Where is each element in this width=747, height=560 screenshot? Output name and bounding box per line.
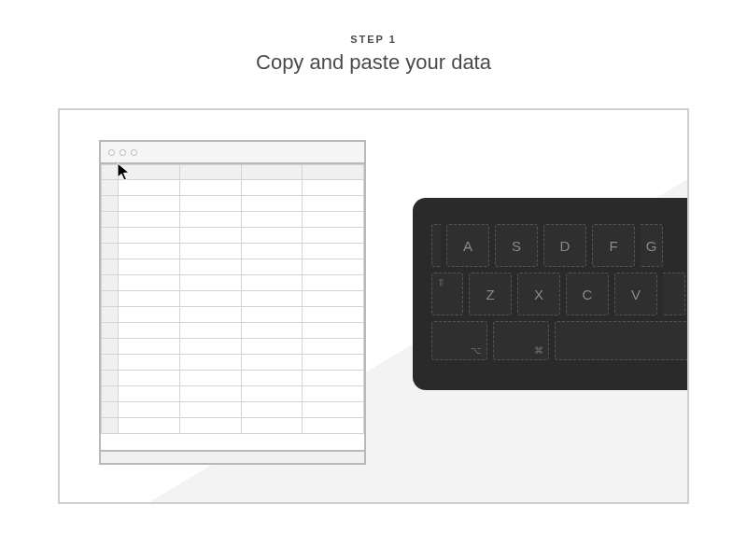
keyboard-row-2: ⇧ Z X C V (431, 273, 689, 315)
spreadsheet-grid (101, 164, 364, 450)
key-partial-left (431, 224, 441, 267)
keyboard-row-1: A S D F G (431, 224, 689, 267)
spreadsheet-table (101, 164, 364, 434)
traffic-light-zoom-icon (131, 149, 137, 156)
key-z: Z (469, 273, 512, 315)
horizontal-scrollbar (101, 450, 364, 463)
traffic-light-close-icon (108, 149, 115, 156)
window-titlebar (101, 142, 364, 164)
key-c: C (566, 273, 609, 315)
key-d: D (543, 224, 586, 267)
key-spacebar (555, 321, 689, 360)
key-partial-right (663, 273, 685, 315)
step-header: STEP 1 Copy and paste your data (0, 0, 747, 75)
key-option: ⌥ (431, 321, 487, 360)
key-x: X (517, 273, 560, 315)
traffic-light-minimize-icon (120, 149, 126, 156)
option-icon: ⌥ (471, 345, 482, 356)
keyboard-row-3: ⌥ ⌘ (431, 321, 689, 360)
step-title: Copy and paste your data (0, 50, 747, 75)
key-f: F (592, 224, 635, 267)
key-v: V (614, 273, 657, 315)
command-icon: ⌘ (534, 345, 543, 356)
key-command: ⌘ (493, 321, 549, 360)
spreadsheet-window (99, 140, 366, 465)
shift-icon: ⇧ (437, 277, 444, 287)
step-label: STEP 1 (0, 34, 747, 45)
key-shift: ⇧ (431, 273, 463, 315)
keyboard: A S D F G ⇧ Z X C V ⌥ ⌘ (413, 198, 689, 390)
key-g: G (641, 224, 663, 267)
key-s: S (495, 224, 538, 267)
illustration-stage: A S D F G ⇧ Z X C V ⌥ ⌘ (58, 108, 689, 504)
key-a: A (446, 224, 489, 267)
